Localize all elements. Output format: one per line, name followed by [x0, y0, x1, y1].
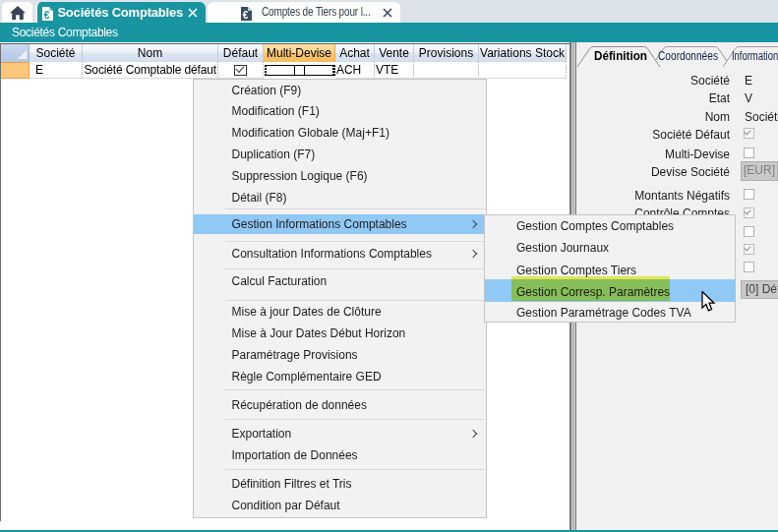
- svg-text:€: €: [44, 9, 50, 20]
- svg-text:Information...: Information...: [732, 49, 778, 63]
- svg-text:Définition: Définition: [594, 49, 647, 63]
- svg-text:Coordonnées: Coordonnées: [658, 49, 718, 63]
- svg-text:€: €: [243, 9, 249, 20]
